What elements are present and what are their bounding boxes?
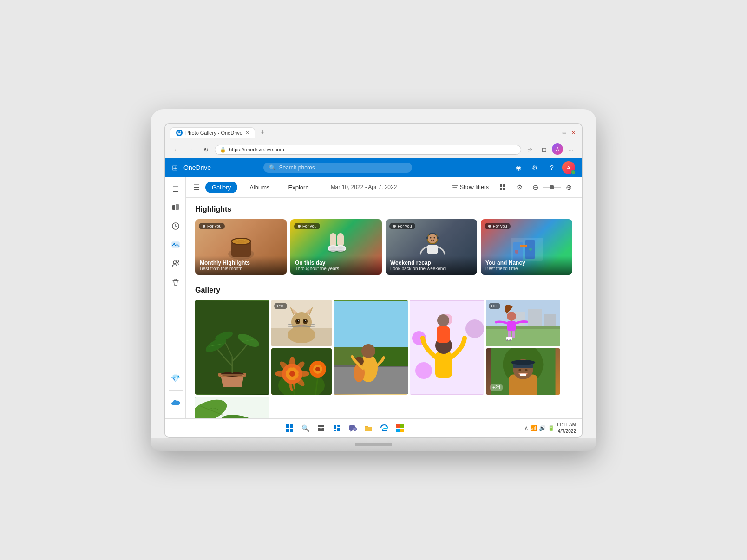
sidebar-item-shared[interactable] [167, 255, 184, 272]
filter-icon [452, 184, 458, 190]
zoom-slider[interactable] [543, 187, 561, 188]
taskbar-search-button[interactable]: 🔍 [299, 422, 312, 435]
tab-explore[interactable]: Explore [282, 182, 315, 193]
highlights-title: Highlights [195, 205, 572, 214]
svg-point-108 [275, 371, 286, 377]
sidebar-item-photos[interactable] [167, 236, 184, 253]
highlight-info-1: Monthly Highlights Best from this month [195, 256, 287, 275]
gallery-item-cat[interactable]: 1:12 [271, 300, 332, 346]
search-bar[interactable]: 🔍 Search photos [263, 163, 412, 173]
svg-point-143 [353, 428, 356, 430]
sidebar-item-trash[interactable] [167, 273, 184, 290]
highlight-monthly[interactable]: For you Monthly Highlights Best from thi… [195, 219, 287, 275]
browser-actions: ☆ ⊟ A ··· [524, 143, 577, 156]
svg-point-82 [415, 362, 432, 379]
gallery-item-lifting[interactable] [410, 300, 484, 395]
svg-rect-93 [486, 326, 560, 329]
app-header: ⊞ OneDrive 🔍 Search photos ◉ ⚙ ? A [165, 158, 582, 177]
show-filters-button[interactable]: Show filters [448, 182, 492, 192]
taskbar-wifi-icon: 📶 [530, 425, 537, 431]
highlight-title-2: On this day [295, 260, 377, 266]
taskbar-edge-button[interactable] [378, 422, 391, 435]
taskbar-start-button[interactable] [283, 422, 296, 435]
svg-rect-19 [337, 233, 344, 247]
sidebar: ☰ [165, 177, 186, 418]
highlight-title-1: Monthly Highlights [200, 260, 282, 266]
tab-gallery[interactable]: Gallery [205, 182, 237, 193]
svg-point-26 [298, 225, 301, 228]
taskbar-taskview-button[interactable] [315, 422, 328, 435]
highlight-info-4: You and Nancy Best friend time [481, 256, 572, 275]
svg-rect-138 [337, 425, 340, 427]
svg-rect-130 [290, 424, 293, 428]
zoom-slider-handle[interactable] [550, 185, 554, 189]
active-tab[interactable]: Photo Gallery - OneDrive ✕ [170, 127, 255, 138]
browser-profile-avatar[interactable]: A [552, 143, 563, 155]
network-icon[interactable]: ◉ [512, 161, 525, 174]
highlight-weekend[interactable]: For you Weekend recap Look back on the w… [386, 219, 477, 275]
gallery-item-flowers[interactable] [271, 348, 332, 395]
taskbar-explorer-button[interactable] [362, 422, 375, 435]
minimize-button[interactable]: — [551, 129, 558, 136]
for-you-badge-2: For you [294, 223, 320, 229]
taskbar-store-button[interactable] [393, 422, 406, 435]
sidebar-item-files[interactable] [167, 199, 184, 216]
highlights-grid: For you Monthly Highlights Best from thi… [195, 219, 572, 275]
svg-point-16 [236, 240, 246, 243]
sidebar-cloud-icon[interactable] [167, 394, 184, 411]
help-icon[interactable]: ? [545, 161, 558, 174]
svg-rect-132 [290, 429, 293, 432]
svg-rect-11 [503, 188, 505, 190]
gallery-item-rollerblade[interactable]: GIF [486, 300, 560, 346]
taskbar-widgets-button[interactable] [330, 422, 343, 435]
tab-albums[interactable]: Albums [243, 182, 276, 193]
collections-icon[interactable]: ⊟ [538, 143, 550, 156]
svg-point-41 [529, 248, 532, 251]
video-badge: 1:12 [274, 303, 287, 309]
taskbar-sound-icon: 🔊 [539, 425, 546, 431]
highlight-title-4: You and Nancy [485, 260, 568, 266]
svg-rect-90 [544, 314, 556, 326]
url-text: https://onedrive.live.com [229, 147, 284, 152]
zoom-in-button[interactable]: ⊕ [563, 182, 574, 193]
taskbar-time: 11:11 AM [557, 422, 576, 428]
new-tab-button[interactable]: + [257, 127, 268, 138]
hamburger-button[interactable]: ☰ [193, 183, 200, 192]
svg-rect-146 [396, 424, 400, 428]
tab-close-button[interactable]: ✕ [245, 130, 249, 135]
app-logo-text: OneDrive [183, 164, 211, 171]
svg-rect-129 [286, 424, 289, 428]
favorites-icon[interactable]: ☆ [524, 143, 536, 156]
address-bar[interactable]: 🔒 https://onedrive.live.com [215, 145, 521, 155]
zoom-out-button[interactable]: ⊖ [530, 182, 541, 193]
view-switch-button[interactable] [496, 181, 509, 194]
sidebar-premium-icon[interactable]: 💎 [167, 370, 184, 386]
back-button[interactable]: ← [170, 143, 182, 156]
gallery-item-family[interactable] [334, 300, 408, 395]
settings-button[interactable]: ⚙ [513, 181, 526, 194]
highlight-title-3: Weekend recap [390, 260, 472, 266]
taskbar-clock[interactable]: 11:11 AM 4/7/2022 [557, 422, 576, 435]
svg-point-123 [525, 369, 527, 371]
highlight-on-this-day[interactable]: For you On this day Throughout the years [290, 219, 382, 275]
user-avatar[interactable]: A [562, 161, 575, 174]
svg-rect-9 [503, 184, 505, 187]
gallery-title: Gallery [195, 286, 572, 294]
gallery-item-plant[interactable] [195, 300, 269, 395]
close-button[interactable]: ✕ [570, 129, 577, 136]
count-badge: +24 [490, 384, 503, 391]
svg-point-86 [437, 314, 449, 326]
settings-icon[interactable]: ⚙ [529, 161, 542, 174]
browser-more-icon[interactable]: ··· [565, 143, 577, 156]
sidebar-item-recent[interactable] [167, 218, 184, 234]
highlight-you-and-nancy[interactable]: For you You and Nancy Best friend time [481, 219, 572, 275]
gallery-item-leaves[interactable] [195, 397, 269, 418]
taskbar-chat-button[interactable] [346, 422, 359, 435]
forward-button[interactable]: → [185, 143, 197, 156]
app-grid-icon[interactable]: ⊞ [172, 163, 178, 172]
taskbar-expand-icon[interactable]: ∧ [524, 425, 528, 431]
sidebar-item-menu[interactable]: ☰ [167, 181, 184, 197]
maximize-button[interactable]: ▭ [560, 129, 568, 136]
refresh-button[interactable]: ↻ [200, 143, 212, 156]
gallery-item-woman-smiling[interactable]: +24 [486, 348, 560, 395]
